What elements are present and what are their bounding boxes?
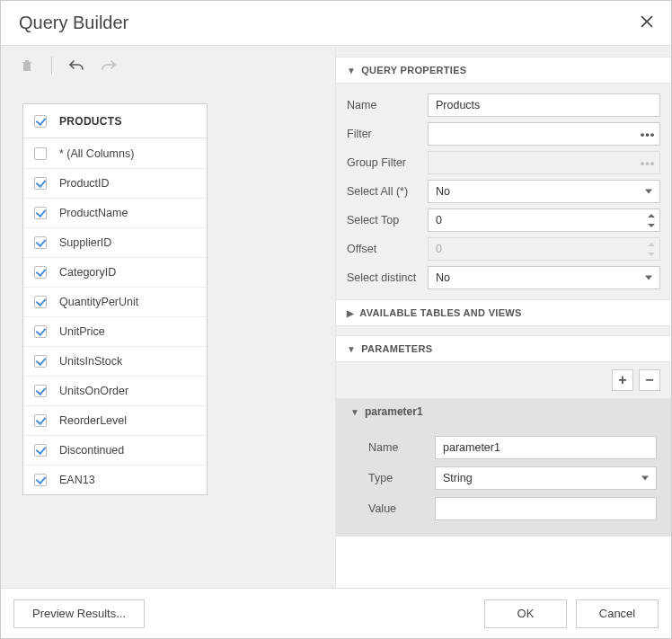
- section-label: QUERY PROPERTIES: [361, 65, 466, 75]
- column-row[interactable]: ProductID: [23, 168, 207, 198]
- select-top-spinner[interactable]: 0: [428, 209, 660, 232]
- column-row[interactable]: QuantityPerUnit: [23, 287, 207, 316]
- expand-icon: ▶: [347, 308, 354, 318]
- table-title: PRODUCTS: [59, 115, 122, 128]
- button-label: OK: [517, 607, 535, 620]
- prop-row-group-filter: Group Filter •••: [336, 148, 671, 177]
- collapse-icon: ▼: [347, 344, 356, 354]
- column-checkbox[interactable]: [34, 236, 47, 249]
- prop-row-select-all: Select All (*) No: [336, 177, 671, 206]
- column-checkbox[interactable]: [34, 385, 47, 397]
- offset-spinner: 0: [428, 237, 660, 261]
- column-name: * (All Columns): [59, 147, 134, 160]
- column-checkbox[interactable]: [34, 355, 47, 368]
- select-all-combo[interactable]: No: [428, 180, 660, 203]
- left-panel: PRODUCTS * (All Columns) ProductID Produ…: [1, 46, 336, 588]
- undo-icon[interactable]: [68, 58, 84, 74]
- column-name: UnitPrice: [59, 325, 105, 338]
- column-row[interactable]: UnitsOnOrder: [23, 376, 207, 405]
- parameters-toolbar: + −: [336, 362, 671, 398]
- prop-row-select-top: Select Top 0: [336, 206, 671, 235]
- table-card[interactable]: PRODUCTS * (All Columns) ProductID Produ…: [22, 103, 208, 495]
- input-value: Products: [436, 99, 480, 111]
- column-row[interactable]: EAN13: [23, 465, 207, 494]
- chevron-down-icon: [645, 276, 652, 280]
- column-row-all[interactable]: * (All Columns): [23, 138, 207, 168]
- column-checkbox[interactable]: [34, 414, 47, 427]
- table-checkbox[interactable]: [34, 115, 47, 128]
- column-row[interactable]: Discontinued: [23, 435, 207, 465]
- column-checkbox[interactable]: [34, 177, 47, 190]
- add-parameter-button[interactable]: +: [612, 369, 633, 391]
- filter-input[interactable]: •••: [428, 122, 660, 146]
- prop-label: Type: [368, 472, 435, 484]
- prop-label: Offset: [347, 243, 428, 255]
- column-row[interactable]: UnitPrice: [23, 316, 207, 346]
- column-checkbox[interactable]: [34, 474, 47, 486]
- param-value-input[interactable]: [435, 497, 657, 520]
- column-checkbox[interactable]: [34, 296, 47, 308]
- close-button[interactable]: [641, 13, 653, 32]
- column-checkbox[interactable]: [34, 325, 47, 338]
- query-properties-grid: Name Products Filter ••• Group Filter ••…: [336, 84, 671, 299]
- section-label: PARAMETERS: [361, 343, 432, 354]
- spinner-value: 0: [436, 243, 442, 255]
- remove-parameter-button[interactable]: −: [639, 369, 660, 391]
- select-distinct-combo[interactable]: No: [428, 266, 660, 289]
- ellipsis-icon: •••: [640, 155, 656, 171]
- column-checkbox[interactable]: [34, 207, 47, 219]
- chevron-down-icon: [645, 190, 652, 194]
- param-type-combo[interactable]: String: [435, 466, 657, 490]
- parameter-section: ▼ parameter1 Name parameter1 Type String…: [336, 398, 671, 537]
- column-name: CategoryID: [59, 266, 116, 279]
- section-parameters[interactable]: ▼ PARAMETERS: [336, 335, 671, 362]
- column-name: ReorderLevel: [59, 414, 127, 427]
- dialog-body: PRODUCTS * (All Columns) ProductID Produ…: [1, 46, 671, 588]
- section-query-properties[interactable]: ▼ QUERY PROPERTIES: [336, 57, 671, 84]
- spin-down-icon: [645, 249, 658, 259]
- column-row[interactable]: UnitsInStock: [23, 346, 207, 376]
- spin-up-icon: [645, 239, 658, 249]
- column-checkbox[interactable]: [34, 444, 47, 457]
- collapse-icon: ▼: [347, 66, 356, 75]
- name-input[interactable]: Products: [428, 93, 660, 117]
- column-row[interactable]: CategoryID: [23, 257, 207, 287]
- column-name: SupplierID: [59, 236, 111, 249]
- column-name: QuantityPerUnit: [59, 296, 138, 308]
- ellipsis-icon[interactable]: •••: [640, 126, 656, 142]
- empty-area: [336, 537, 671, 588]
- spinner-value: 0: [436, 214, 442, 226]
- column-name: ProductID: [59, 177, 110, 190]
- prop-label: Name: [368, 441, 435, 454]
- column-row[interactable]: ReorderLevel: [23, 405, 207, 435]
- prop-row-filter: Filter •••: [336, 120, 671, 148]
- ok-button[interactable]: OK: [484, 599, 567, 628]
- preview-results-button[interactable]: Preview Results...: [13, 599, 145, 628]
- prop-label: Group Filter: [347, 156, 428, 169]
- section-label: AVAILABLE TABLES AND VIEWS: [359, 307, 521, 318]
- parameter-header[interactable]: ▼ parameter1: [336, 398, 671, 425]
- column-name: Discontinued: [59, 444, 124, 457]
- prop-row-select-distinct: Select distinct No: [336, 263, 671, 292]
- cancel-button[interactable]: Cancel: [576, 599, 659, 628]
- prop-row-offset: Offset 0: [336, 235, 671, 263]
- dialog-title: Query Builder: [19, 13, 641, 33]
- prop-label: Name: [347, 99, 428, 111]
- chevron-down-icon: [641, 476, 649, 481]
- table-header[interactable]: PRODUCTS: [23, 104, 207, 138]
- right-panel: ▼ QUERY PROPERTIES Name Products Filter …: [336, 46, 671, 588]
- spin-up-icon[interactable]: [645, 210, 658, 220]
- parameter-body: Name parameter1 Type String Value: [336, 425, 671, 537]
- prop-label: Select All (*): [347, 185, 428, 198]
- column-name: UnitsInStock: [59, 355, 122, 368]
- column-checkbox[interactable]: [34, 266, 47, 279]
- column-row[interactable]: SupplierID: [23, 227, 207, 257]
- spin-down-icon[interactable]: [645, 220, 658, 230]
- section-available-tables[interactable]: ▶ AVAILABLE TABLES AND VIEWS: [336, 299, 671, 326]
- column-checkbox[interactable]: [34, 147, 47, 160]
- combo-value: No: [436, 271, 450, 284]
- column-name: ProductName: [59, 207, 128, 219]
- column-row[interactable]: ProductName: [23, 198, 207, 227]
- param-name-input[interactable]: parameter1: [435, 436, 657, 459]
- input-value: parameter1: [443, 441, 500, 454]
